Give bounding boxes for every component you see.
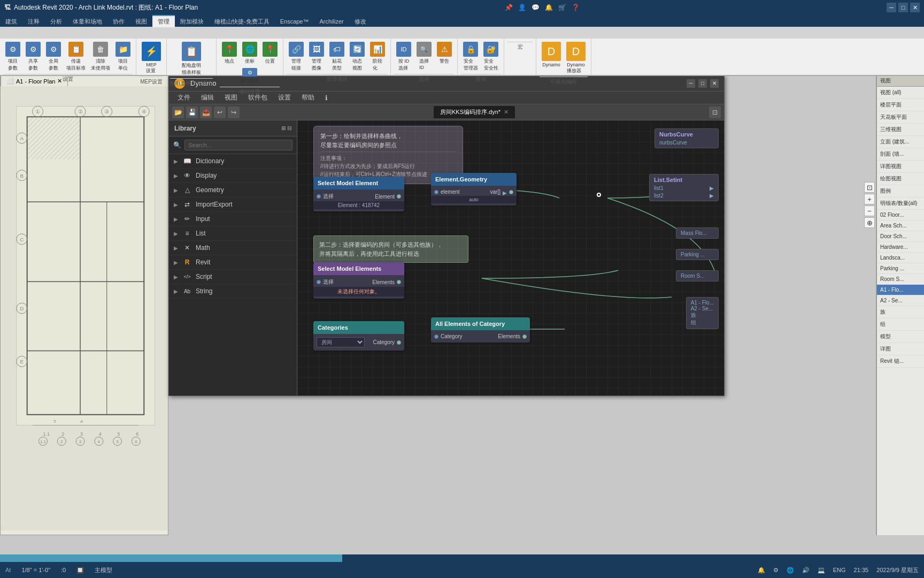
rr-item-天花板平面[interactable]: 天花板平面: [877, 111, 924, 124]
node-select-model-element[interactable]: Select Model Element 选择 Element: [313, 177, 404, 211]
dynamo-tab-close[interactable]: ✕: [504, 109, 509, 116]
rr-item-楼层平面[interactable]: 楼层平面: [877, 99, 924, 111]
ribbon-btn-mep[interactable]: ⚡ MEP设置: [140, 41, 163, 75]
zoom-fit-button[interactable]: ⊡: [864, 182, 875, 193]
ribbon-tab-分析[interactable]: 分析: [45, 15, 67, 27]
rr-item-模型[interactable]: 模型: [877, 331, 924, 343]
maximize-button[interactable]: □: [898, 3, 908, 12]
rr-item-图例[interactable]: 图例: [877, 185, 924, 197]
library-item-importexport[interactable]: ▶ ⇄ ImportExport: [169, 197, 297, 212]
rr-item-立面[interactable]: 立面 (建筑...: [877, 136, 924, 148]
ribbon-tab-橄榄山[interactable]: 橄榄山快捷-免费工具: [209, 15, 275, 27]
rr-item-a2se[interactable]: A2 - Se...: [877, 295, 924, 306]
dynamo-tb-export[interactable]: 📤: [200, 107, 212, 118]
rr-item-绘图视图[interactable]: 绘图视图: [877, 173, 924, 185]
library-search-input[interactable]: [184, 140, 292, 150]
dynamo-menu-info[interactable]: ℹ: [321, 93, 332, 103]
dynamo-maximize[interactable]: □: [698, 79, 707, 88]
rr-item-族[interactable]: 族: [877, 306, 924, 318]
rr-item-明细表[interactable]: 明细表/数量(all): [877, 197, 924, 210]
ribbon-tab-管理[interactable]: 管理: [152, 15, 175, 27]
ribbon-tab-archilizer[interactable]: Archilizer: [314, 16, 349, 26]
rr-item-landsca[interactable]: Landsca...: [877, 253, 924, 263]
ribbon-btn-共享参数[interactable]: ⚙ 共享参数: [24, 41, 43, 73]
ribbon-btn-安全性[interactable]: 🔐 安全安全性: [481, 41, 500, 73]
ribbon-btn-管理图像[interactable]: 🖼 管理图像: [307, 41, 326, 73]
ribbon-btn-贴花类型[interactable]: 🏷 贴花类型: [327, 41, 346, 73]
dynamo-tb-undo[interactable]: ↩: [214, 107, 226, 118]
rr-item-剖面[interactable]: 剖面 (墙...: [877, 148, 924, 161]
ribbon-btn-阶段化[interactable]: 📊 阶段化: [368, 41, 387, 73]
dynamo-menu-file[interactable]: 文件: [173, 92, 195, 103]
dynamo-win-controls[interactable]: ─ □ ✕: [687, 79, 719, 88]
dynamo-menu-help[interactable]: 帮助: [297, 92, 319, 103]
library-item-string[interactable]: ▶ Ab String: [169, 284, 297, 299]
node-categories[interactable]: Categories 房间 门 墙 Category: [313, 321, 404, 351]
ribbon-btn-清除未使用项[interactable]: 🗑 清除未使用项: [89, 41, 112, 73]
rr-item-详图[interactable]: 详图: [877, 343, 924, 355]
ribbon-btn-坐标[interactable]: 🌐 坐标: [240, 41, 259, 66]
library-item-list[interactable]: ▶ ≡ List: [169, 226, 297, 241]
rr-item-areasch[interactable]: Area Sch...: [877, 220, 924, 231]
dynamo-tb-save[interactable]: 💾: [186, 107, 198, 118]
library-item-script[interactable]: ▶ </> Script: [169, 270, 297, 284]
rr-item-详图视图[interactable]: 详图视图: [877, 161, 924, 173]
dynamo-tb-redo[interactable]: ↪: [228, 107, 240, 118]
categories-select[interactable]: 房间 门 墙: [317, 337, 365, 347]
ribbon-tab-建筑[interactable]: 建筑: [0, 15, 22, 27]
library-item-input[interactable]: ▶ ✏ Input: [169, 212, 297, 226]
close-button[interactable]: ✕: [910, 3, 920, 12]
ribbon-btn-管理链接[interactable]: 🔗 管理链接: [287, 41, 306, 73]
window-controls[interactable]: ─ □ ✕: [887, 3, 920, 12]
zoom-extra-button[interactable]: ⊕: [864, 217, 875, 228]
ribbon-btn-安全管理器[interactable]: 🔒 安全管理器: [461, 41, 480, 73]
ribbon-btn-选择ID[interactable]: 🔍 选择ID: [414, 41, 434, 73]
ribbon-tab-修改[interactable]: 修改: [349, 15, 372, 27]
minimize-button[interactable]: ─: [887, 3, 896, 12]
rr-item-parking[interactable]: Parking ...: [877, 263, 924, 274]
dynamo-close[interactable]: ✕: [710, 79, 719, 88]
library-item-revit[interactable]: ▶ R Revit: [169, 255, 297, 270]
rr-item-revit链接[interactable]: Revit 链...: [877, 355, 924, 368]
ribbon-btn-配电盘明细表样板[interactable]: 📋 配电盘明细表样板: [180, 41, 203, 77]
rr-item-三维视图[interactable]: 三维视图: [877, 124, 924, 136]
dynamo-minimize[interactable]: ─: [687, 79, 695, 88]
node-select-model-elements[interactable]: Select Model Elements 选择 Elements: [313, 262, 404, 299]
node-all-elements-category[interactable]: All Elements of Category Category Elemen…: [431, 317, 530, 343]
ribbon-btn-项目参数[interactable]: ⚙ 项目参数: [3, 41, 22, 73]
node-element-geometry[interactable]: Element.Geometry element var[] ▶: [431, 173, 517, 206]
ribbon-btn-地点[interactable]: 📍 地点: [220, 41, 239, 66]
rr-item-视图all[interactable]: 视图 (all): [877, 87, 924, 99]
ribbon-btn-dynamo[interactable]: D Dynamo: [540, 41, 563, 75]
ribbon-tab-体量和场地[interactable]: 体量和场地: [67, 15, 107, 27]
ribbon-tab-enscape[interactable]: Enscape™: [275, 16, 314, 26]
dynamo-tb-open[interactable]: 📂: [172, 107, 184, 118]
dynamo-canvas[interactable]: 第一步：绘制并选择样条曲线， 尽量靠近要编码房间的参照点 注意事项： //待进行…: [297, 120, 724, 396]
rr-item-doorsch[interactable]: Door Sch...: [877, 231, 924, 242]
ribbon-btn-位置[interactable]: 📍 位置: [260, 41, 280, 66]
rr-item-rooms[interactable]: Room S...: [877, 274, 924, 285]
library-item-dictionary[interactable]: ▶ 📖 Dictionary: [169, 154, 297, 169]
library-item-display[interactable]: ▶ 👁 Display: [169, 169, 297, 183]
ribbon-tab-视图[interactable]: 视图: [130, 15, 152, 27]
rr-item-组[interactable]: 组: [877, 318, 924, 331]
dynamo-menu-edit[interactable]: 编辑: [197, 92, 218, 103]
ribbon-btn-全局参数[interactable]: ⚙ 全局参数: [44, 41, 63, 73]
dynamo-tb-zoom-fit[interactable]: ⊡: [709, 107, 721, 118]
rr-item-02floor[interactable]: 02 Floor...: [877, 210, 924, 220]
ribbon-btn-传递项目标准[interactable]: 📋 传递项目标准: [64, 41, 88, 73]
library-expand-icon[interactable]: ⊞ ⊟: [281, 125, 291, 131]
library-item-geometry[interactable]: ▶ △ Geometry: [169, 183, 297, 197]
ribbon-btn-dynamo-player[interactable]: D Dynamo播放器: [564, 41, 588, 75]
ribbon-btn-动态视图[interactable]: 🔄 动态视图: [348, 41, 367, 73]
ribbon-btn-按ID选择[interactable]: ID 按 ID选择: [394, 41, 413, 73]
ribbon-btn-设计选项[interactable]: ⚙ 设计选项: [238, 67, 261, 86]
zoom-out-button[interactable]: −: [864, 206, 875, 216]
zoom-controls[interactable]: ⊡ + − ⊕: [864, 182, 875, 228]
rr-item-a1floor[interactable]: A1 - Flo...: [877, 285, 924, 295]
library-item-math[interactable]: ▶ ✕ Math: [169, 241, 297, 255]
ribbon-tab-协作[interactable]: 协作: [107, 15, 130, 27]
ribbon-btn-项目单位[interactable]: 📁 项目单位: [113, 41, 133, 73]
ribbon-tab-注释[interactable]: 注释: [22, 15, 45, 27]
zoom-in-button[interactable]: +: [864, 194, 875, 204]
